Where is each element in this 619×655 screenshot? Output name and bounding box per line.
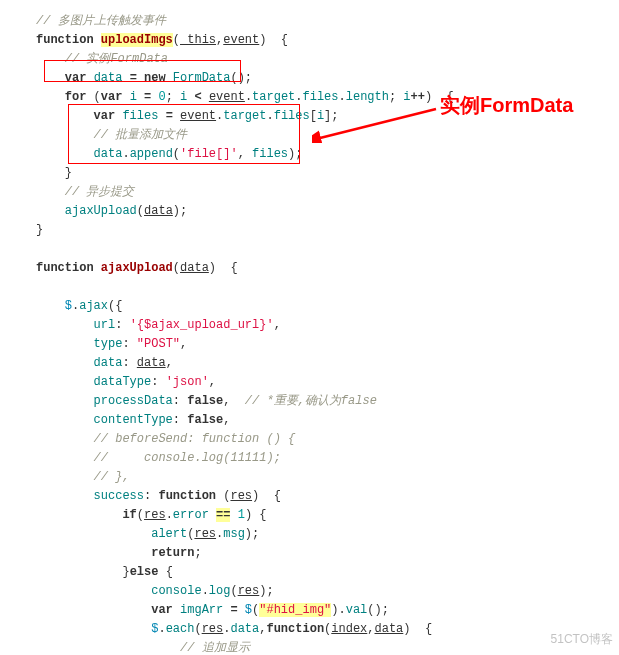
param-this: _this — [180, 33, 216, 47]
prop-files: files — [274, 109, 310, 123]
type-FormData: FormData — [173, 71, 231, 85]
keyword-var: var — [101, 90, 123, 104]
var-data: data — [94, 71, 123, 85]
var-data: data — [94, 147, 123, 161]
keyword-function: function — [158, 489, 216, 503]
comment-line: // 多图片上传触发事件 — [36, 14, 166, 28]
keyword-return: return — [151, 546, 194, 560]
method-log: log — [209, 584, 231, 598]
watermark: 51CTO博客 — [551, 630, 613, 649]
keyword-new: new — [144, 71, 166, 85]
jquery-dollar: $ — [245, 603, 252, 617]
string-ajaxurl: '{$ajax_upload_url}' — [130, 318, 274, 332]
param-data: data — [375, 622, 404, 636]
bool-false: false — [187, 394, 223, 408]
string-hidimg: "#hid_img" — [259, 603, 331, 617]
ref-event: event — [209, 90, 245, 104]
keyword-function: function — [36, 33, 94, 47]
num-0: 0 — [158, 90, 165, 104]
keyword-else: else — [130, 565, 159, 579]
keyword-var: var — [151, 603, 173, 617]
method-each: each — [166, 622, 195, 636]
annotation-label: 实例FormData — [440, 96, 573, 115]
fn-uploadImgs: uploadImgs — [101, 33, 173, 47]
var-i: i — [180, 90, 187, 104]
string-filearr: 'file[]' — [180, 147, 238, 161]
comment-line: // }, — [94, 470, 130, 484]
method-append: append — [130, 147, 173, 161]
comment-line: // beforeSend: function () { — [94, 432, 296, 446]
op-equals: == — [216, 508, 230, 522]
param-data: data — [180, 261, 209, 275]
num-1: 1 — [238, 508, 245, 522]
prop-files: files — [303, 90, 339, 104]
prop-error: error — [173, 508, 209, 522]
string-json: 'json' — [166, 375, 209, 389]
var-imgArr: imgArr — [180, 603, 223, 617]
ref-res: res — [238, 584, 260, 598]
call-alert: alert — [151, 527, 187, 541]
prop-data: data — [230, 622, 259, 636]
ref-res: res — [194, 527, 216, 541]
key-type: type — [94, 337, 123, 351]
string-post: "POST" — [137, 337, 180, 351]
jquery-dollar: $ — [65, 299, 72, 313]
comment-line: // 批量添加文件 — [94, 128, 188, 142]
obj-console: console — [151, 584, 201, 598]
comment-line: // *重要,确认为false — [245, 394, 377, 408]
prop-msg: msg — [223, 527, 245, 541]
call-ajaxUpload: ajaxUpload — [65, 204, 137, 218]
arg-data: data — [144, 204, 173, 218]
key-processData: processData — [94, 394, 173, 408]
comment-line: // console.log(11111); — [94, 451, 281, 465]
param-res: res — [230, 489, 252, 503]
keyword-var: var — [65, 71, 87, 85]
method-ajax: ajax — [79, 299, 108, 313]
keyword-function: function — [266, 622, 324, 636]
var-i: i — [130, 90, 137, 104]
keyword-for: for — [65, 90, 87, 104]
comment-line: // 实例FormData — [65, 52, 168, 66]
var-files: files — [252, 147, 288, 161]
var-files: files — [122, 109, 158, 123]
ref-res: res — [202, 622, 224, 636]
ref-event: event — [180, 109, 216, 123]
param-event: event — [223, 33, 259, 47]
bool-false: false — [187, 413, 223, 427]
prop-target: target — [252, 90, 295, 104]
param-index: index — [331, 622, 367, 636]
prop-length: length — [346, 90, 389, 104]
jquery-dollar: $ — [151, 622, 158, 636]
ref-res: res — [144, 508, 166, 522]
key-dataType: dataType — [94, 375, 152, 389]
comment-line: // 追加显示 — [180, 641, 250, 655]
key-success: success — [94, 489, 144, 503]
keyword-function: function — [36, 261, 94, 275]
ref-data: data — [137, 356, 166, 370]
var-i: i — [317, 109, 324, 123]
var-i: i — [403, 90, 410, 104]
key-url: url — [94, 318, 116, 332]
method-val: val — [346, 603, 368, 617]
keyword-var: var — [94, 109, 116, 123]
keyword-if: if — [122, 508, 136, 522]
prop-target: target — [223, 109, 266, 123]
comment-line: // 异步提交 — [65, 185, 135, 199]
key-data: data — [94, 356, 123, 370]
code-block: // 多图片上传触发事件 function uploadImgs(_this,e… — [36, 14, 454, 655]
key-contentType: contentType — [94, 413, 173, 427]
fn-ajaxUpload: ajaxUpload — [101, 261, 173, 275]
